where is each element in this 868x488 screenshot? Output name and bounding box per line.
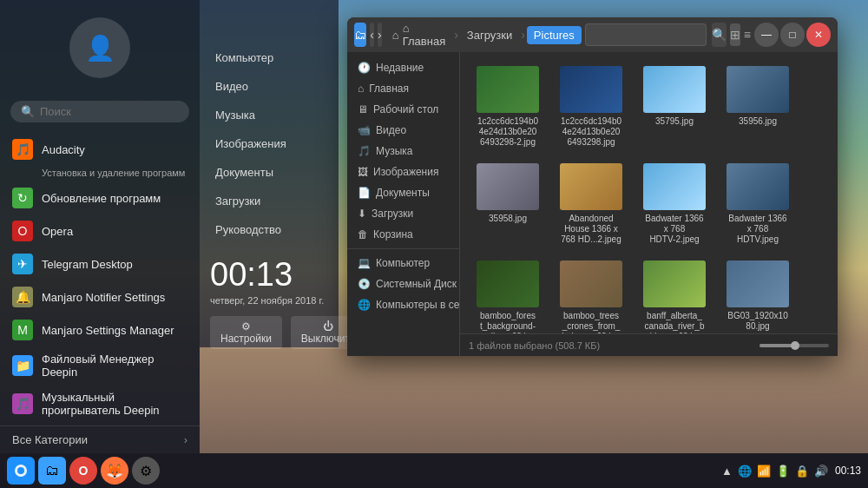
app-item-sub-audacity[interactable]: Установка и удаление программ xyxy=(0,166,200,181)
fm-sidebar-docs[interactable]: 📄 Документы xyxy=(347,182,459,203)
fm-sidebar-trash[interactable]: 🗑 Корзина xyxy=(347,224,459,245)
fm-sidebar-recent[interactable]: 🕐 Недавние xyxy=(347,57,459,78)
fm-file-12[interactable]: BG03_1920x1080.jpg xyxy=(719,255,797,333)
tray-wifi-icon[interactable]: 📶 xyxy=(757,465,771,478)
fm-sidebar-downloads[interactable]: ⬇ Загрузки xyxy=(347,203,459,224)
nav-item-video[interactable]: Видео xyxy=(200,72,339,101)
fm-breadcrumb-downloads[interactable]: Загрузки xyxy=(460,26,519,44)
taskbar-right: ▲ 🌐 📶 🔋 🔒 🔊 00:13 xyxy=(721,465,861,478)
fm-sidebar-home[interactable]: ⌂ Главная xyxy=(347,78,459,99)
tray-arrow-icon[interactable]: ▲ xyxy=(721,465,733,478)
fm-file-11[interactable]: banff_alberta_canada_river_bridge_...68.… xyxy=(635,255,713,333)
app-item-opera[interactable]: O Opera xyxy=(0,214,200,247)
taskbar-left: 🗂 O 🦊 ⚙ xyxy=(7,457,160,485)
fm-list-view-button[interactable]: ≡ xyxy=(744,23,751,46)
app-item-manjaro[interactable]: M Manjaro Settings Manager xyxy=(0,313,200,346)
taskbar-settings-icon[interactable]: ⚙ xyxy=(132,457,160,485)
nav-item-images[interactable]: Изображения xyxy=(200,129,339,158)
fm-file-6[interactable]: AbandonedHouse 1366 x768 HD...2.jpeg xyxy=(552,158,630,250)
app-item-telegram[interactable]: ✈ Telegram Desktop xyxy=(0,247,200,280)
fm-filename-9: bamboo_forest_background-wallpa...68.jpg xyxy=(480,311,536,333)
taskbar-opera-icon[interactable]: O xyxy=(69,457,97,485)
minimize-button[interactable]: — xyxy=(754,23,779,47)
app-item-label: Telegram Desktop xyxy=(42,258,133,271)
app-item-music[interactable]: 🎵 Музыкальный проигрыватель Deepin xyxy=(0,385,200,423)
taskbar-deepin-icon[interactable] xyxy=(7,457,35,485)
close-button[interactable]: ✕ xyxy=(806,23,831,47)
fm-sidebar-computer[interactable]: 💻 Компьютер xyxy=(347,253,459,274)
all-categories-label: Все Категории xyxy=(12,433,88,446)
tray-power-icon[interactable]: 🔋 xyxy=(776,465,790,478)
app-item-notifier[interactable]: 🔔 Manjaro Notifier Settings xyxy=(0,280,200,313)
fm-content: 1c2cc6dc194b04e24d13b0e206493298-2.jpg 1… xyxy=(460,52,838,333)
fm-thumb-6 xyxy=(560,163,622,210)
nav-item-guide[interactable]: Руководство xyxy=(200,215,339,244)
fm-filename-3: 35795.jpg xyxy=(655,116,694,127)
taskbar-time: 00:13 xyxy=(835,465,861,477)
fm-file-7[interactable]: Badwater 1366x 768HDTV-2.jpeg xyxy=(635,158,713,250)
fm-thumb-8 xyxy=(727,163,789,210)
fm-filename-6: AbandonedHouse 1366 x768 HD...2.jpeg xyxy=(561,214,621,245)
fm-sidebar-sysdisc[interactable]: 💿 Системный Диск xyxy=(347,274,459,294)
settings-button[interactable]: ⚙ Настройки xyxy=(210,316,282,349)
tray-lock-icon[interactable]: 🔒 xyxy=(795,465,809,478)
search-box[interactable]: 🔍 xyxy=(10,101,189,122)
fm-breadcrumb: ⌂ ⌂ Главная › Загрузки › Pictures xyxy=(385,19,582,50)
app-list: 🎵 Audacity Установка и удаление программ… xyxy=(0,129,200,425)
app-item-label: Файловый Менеджер Deepin xyxy=(42,353,187,379)
search-input[interactable] xyxy=(40,105,179,118)
fm-statusbar: 1 файлов выбрано (508.7 КБ) xyxy=(460,333,838,356)
tray-volume-icon[interactable]: 🔊 xyxy=(814,465,828,478)
taskbar-files-icon[interactable]: 🗂 xyxy=(38,457,66,485)
tray-network-icon[interactable]: 🌐 xyxy=(738,465,752,478)
fm-zoom-slider[interactable] xyxy=(760,344,829,347)
fm-sidebar-desktop[interactable]: 🖥 Рабочий стол xyxy=(347,99,459,120)
fm-sidebar-video[interactable]: 📹 Видео xyxy=(347,120,459,141)
fm-sidebar-network[interactable]: 🌐 Компьютеры в сети xyxy=(347,294,459,315)
fm-grid-view-button[interactable]: ⊞ xyxy=(730,23,740,46)
fm-sidebar-images[interactable]: 🖼 Изображения xyxy=(347,162,459,182)
fm-filename-7: Badwater 1366x 768HDTV-2.jpeg xyxy=(645,214,703,245)
fm-file-9[interactable]: bamboo_forest_background-wallpa...68.jpg xyxy=(469,255,547,333)
fm-main: 1c2cc6dc194b04e24d13b0e206493298-2.jpg 1… xyxy=(460,52,838,356)
fm-file-2[interactable]: 1c2cc6dc194b04e24d13b0e206493298.jpg xyxy=(552,61,630,153)
fm-file-8[interactable]: Badwater 1366x 768HDTV.jpeg xyxy=(719,158,797,250)
fm-thumb-7 xyxy=(643,163,706,210)
search-icon: 🔍 xyxy=(21,105,35,118)
fm-filename-1: 1c2cc6dc194b04e24d13b0e206493298-2.jpg xyxy=(477,116,538,148)
fm-search-button[interactable]: 🔍 xyxy=(712,23,727,47)
app-item-label: Обновление программ xyxy=(42,192,161,205)
fm-file-10[interactable]: bamboo_trees_crones_from_below_...68.jpg xyxy=(552,255,630,333)
fm-sidebar-music[interactable]: 🎵 Музыка xyxy=(347,141,459,162)
fm-file-5[interactable]: 35958.jpg xyxy=(469,158,547,250)
chevron-right-icon: › xyxy=(184,433,187,446)
fm-file-3[interactable]: 35795.jpg xyxy=(635,61,713,153)
taskbar-firefox-icon[interactable]: 🦊 xyxy=(101,457,128,485)
fm-file-1[interactable]: 1c2cc6dc194b04e24d13b0e206493298-2.jpg xyxy=(469,61,547,153)
zoom-fill xyxy=(760,344,794,347)
nav-item-music[interactable]: Музыка xyxy=(200,101,339,129)
all-categories-item[interactable]: Все Категории › xyxy=(0,425,200,453)
fm-breadcrumb-home-label: ⌂ Главная xyxy=(403,22,445,48)
nav-item-downloads[interactable]: Загрузки xyxy=(200,187,339,215)
fm-thumb-9 xyxy=(477,260,539,307)
fm-file-4[interactable]: 35956.jpg xyxy=(719,61,797,153)
fm-forward-button[interactable]: › xyxy=(378,23,382,47)
fm-filename-12: BG03_1920x1080.jpg xyxy=(727,311,788,332)
filemanager-icon: 📁 xyxy=(12,355,33,376)
app-item-label: Opera xyxy=(42,225,73,238)
app-item-audacity[interactable]: 🎵 Audacity xyxy=(0,133,200,166)
home-icon: ⌂ xyxy=(392,29,399,42)
fm-search-input[interactable] xyxy=(585,23,707,46)
nav-item-docs[interactable]: Документы xyxy=(200,158,339,187)
nav-item-computer[interactable]: Компьютер xyxy=(200,43,339,72)
app-item-update[interactable]: ↻ Обновление программ xyxy=(0,181,200,214)
app-item-filemanager[interactable]: 📁 Файловый Менеджер Deepin xyxy=(0,346,200,385)
fm-breadcrumb-pictures[interactable]: Pictures xyxy=(527,26,582,44)
fm-breadcrumb-home[interactable]: ⌂ ⌂ Главная xyxy=(385,19,452,50)
zoom-thumb[interactable] xyxy=(791,341,799,350)
user-avatar: 👤 xyxy=(69,17,130,78)
maximize-button[interactable]: □ xyxy=(780,23,805,47)
fm-back-button[interactable]: ‹ xyxy=(370,23,374,47)
fm-thumb-5 xyxy=(477,163,539,210)
